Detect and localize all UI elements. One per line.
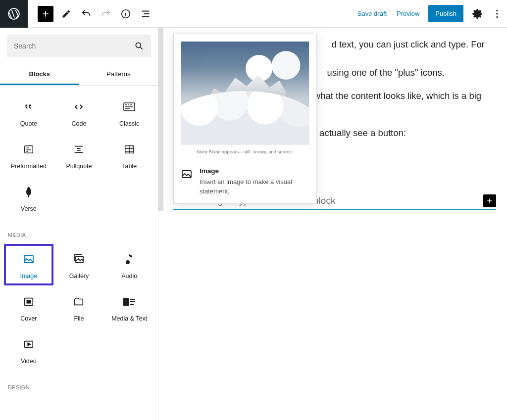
svg-rect-7 (25, 146, 33, 153)
svg-point-4 (496, 16, 498, 17)
svg-point-2 (496, 9, 498, 11)
undo-button[interactable] (77, 5, 95, 23)
section-design-label: DESIGN (0, 375, 158, 394)
cover-icon (23, 295, 34, 308)
media-text-icon (123, 295, 135, 308)
editor-topbar: Save draft Preview Publish (0, 0, 507, 28)
popover-description: Insert an image to make a visual stateme… (200, 178, 294, 196)
classic-icon (123, 100, 135, 113)
code-icon (73, 100, 85, 113)
svg-rect-14 (123, 298, 129, 306)
search-icon (134, 41, 144, 51)
document-info-icon[interactable] (117, 5, 135, 23)
svg-rect-16 (182, 171, 191, 178)
image-icon (23, 253, 35, 266)
block-classic[interactable]: Classic (104, 92, 154, 133)
inserter-tabs: Blocks Patterns (0, 64, 158, 86)
section-media-label: MEDIA (0, 223, 158, 242)
wordpress-logo[interactable] (0, 0, 28, 28)
gallery-icon (73, 253, 85, 266)
quote-icon (23, 100, 34, 113)
tab-patterns[interactable]: Patterns (79, 64, 158, 85)
block-code[interactable]: Code (54, 92, 104, 133)
svg-rect-9 (24, 256, 33, 263)
block-media-text[interactable]: Media & Text (104, 286, 154, 328)
inline-inserter-button[interactable] (483, 194, 496, 207)
redo-button[interactable] (97, 5, 115, 23)
block-gallery[interactable]: Gallery (54, 244, 104, 285)
block-video[interactable]: Video (4, 329, 53, 371)
block-table[interactable]: Table (104, 134, 154, 176)
preview-button[interactable]: Preview (392, 6, 424, 21)
svg-point-11 (126, 260, 130, 264)
document-outline-icon[interactable] (137, 5, 154, 23)
block-pullquote[interactable]: Pullquote (54, 134, 104, 176)
video-icon (23, 338, 34, 351)
block-quote[interactable]: Quote (4, 92, 53, 133)
block-verse[interactable]: Verse (4, 177, 53, 218)
table-icon (124, 143, 135, 156)
tools-edit-icon[interactable] (57, 5, 75, 23)
block-preview-image (181, 41, 309, 145)
block-cover[interactable]: Cover (4, 286, 53, 328)
file-icon (73, 295, 84, 308)
svg-rect-13 (27, 300, 30, 303)
block-preview-popover: Mont Blanc appears—still, snowy, and ser… (173, 34, 317, 204)
block-file[interactable]: File (54, 286, 104, 328)
publish-button[interactable]: Publish (428, 5, 463, 22)
audio-icon (125, 253, 133, 266)
block-inserter-panel: Blocks Patterns Quote Code Classic (0, 28, 158, 420)
image-icon (181, 167, 193, 196)
more-options-icon[interactable] (488, 5, 506, 23)
scroll-gutter[interactable] (158, 28, 163, 211)
block-audio[interactable]: Audio (104, 244, 154, 285)
editor-canvas: The default block is a paragraph. To add… (158, 28, 507, 420)
block-search[interactable] (7, 35, 151, 57)
svg-point-5 (136, 43, 141, 47)
verse-icon (24, 186, 33, 198)
preformatted-icon (23, 143, 34, 156)
tab-blocks[interactable]: Blocks (0, 64, 79, 85)
settings-icon[interactable] (468, 5, 486, 23)
svg-point-3 (496, 13, 498, 14)
block-preformatted[interactable]: Preformatted (4, 134, 53, 176)
block-inserter-toggle[interactable] (38, 6, 53, 22)
popover-title: Image (200, 167, 294, 175)
search-input[interactable] (14, 42, 134, 50)
preview-caption: Mont Blanc appears—still, snowy, and ser… (181, 149, 309, 154)
pullquote-icon (73, 143, 84, 156)
save-draft-button[interactable]: Save draft (353, 6, 392, 21)
block-image[interactable]: Image (4, 244, 53, 285)
